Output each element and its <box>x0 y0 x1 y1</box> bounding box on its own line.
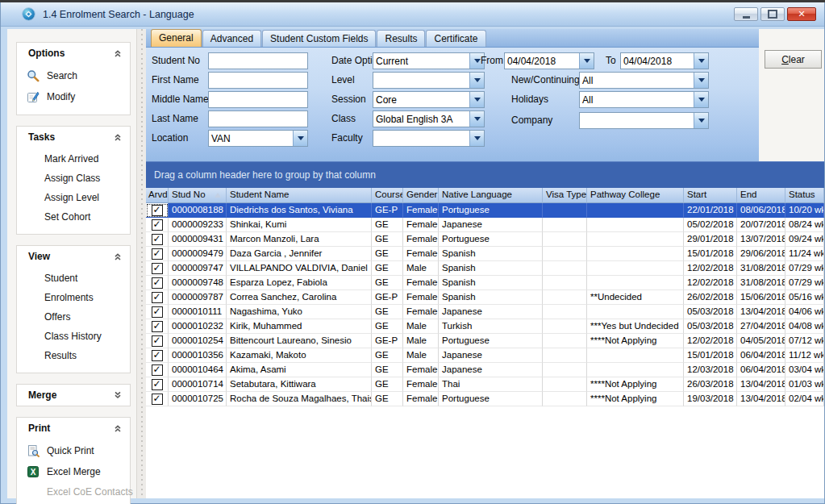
sidebar-splitter[interactable] <box>136 29 146 498</box>
dropdown-button[interactable] <box>694 92 708 107</box>
checkbox-checked-icon[interactable] <box>152 394 163 405</box>
sidebar-item-search[interactable]: Search <box>17 65 130 86</box>
checkbox-checked-icon[interactable] <box>152 379 163 390</box>
holidays-select[interactable]: All <box>579 91 709 108</box>
faculty-select[interactable] <box>373 130 485 147</box>
last-name-input[interactable] <box>208 110 308 127</box>
clear-button[interactable]: Clear <box>765 50 822 69</box>
column-header-course[interactable]: Course <box>372 188 403 203</box>
sidebar-item-class-history[interactable]: Class History <box>17 327 130 346</box>
sidebar-item-student[interactable]: Student <box>17 269 130 288</box>
column-header-arvd[interactable]: Arvd <box>146 188 169 203</box>
new-continuing-select[interactable]: All <box>579 72 709 89</box>
checkbox-checked-icon[interactable] <box>152 248 163 260</box>
from-label: From <box>481 55 503 66</box>
checkbox-checked-icon[interactable] <box>152 350 163 361</box>
location-select[interactable]: VAN <box>208 130 308 147</box>
chevron-double-up-icon[interactable] <box>113 423 123 433</box>
tab-general[interactable]: General <box>151 29 202 47</box>
table-row[interactable]: 0000009747 VILLALPANDO VALDIVIA, Daniel … <box>146 261 824 276</box>
checkbox-checked-icon[interactable] <box>152 219 163 231</box>
session-select[interactable]: Core <box>373 91 485 108</box>
sidebar-item-assign-class[interactable]: Assign Class <box>17 169 130 188</box>
to-date-select[interactable]: 04/04/2018 <box>620 52 709 69</box>
table-row[interactable]: 0000009787 Correa Sanchez, Carolina GE-P… <box>146 290 824 305</box>
panel-merge-header[interactable]: Merge <box>17 385 130 406</box>
column-header-pathway-college[interactable]: Pathway College <box>587 188 684 203</box>
dropdown-button[interactable] <box>694 53 708 69</box>
column-header-student-name[interactable]: Student Name <box>227 188 372 203</box>
table-row[interactable]: 0000009431 Marcon Manzoli, Lara GE Femal… <box>146 232 824 247</box>
checkbox-checked-icon[interactable] <box>152 306 163 318</box>
tab-student-custom-fields[interactable]: Student Custom Fields <box>262 30 376 47</box>
middle-name-input[interactable] <box>208 91 308 108</box>
from-date-select[interactable]: 04/04/2018 <box>504 52 594 69</box>
column-header-status[interactable]: Status <box>785 188 824 203</box>
sidebar-item-modify[interactable]: Modify <box>17 86 130 107</box>
checkbox-checked-icon[interactable] <box>152 263 163 274</box>
dropdown-button[interactable] <box>469 92 484 107</box>
dropdown-button[interactable] <box>469 73 484 88</box>
table-row[interactable]: 0000010464 Akima, Asami GE Female Japane… <box>146 363 824 377</box>
table-row[interactable]: 0000009479 Daza Garcia , Jennifer GE Fem… <box>146 247 824 261</box>
panel-options-header[interactable]: Options <box>17 43 130 64</box>
chevron-double-down-icon[interactable] <box>113 390 123 400</box>
company-select[interactable] <box>579 112 709 129</box>
column-header-visa-type[interactable]: Visa Type <box>543 188 587 203</box>
maximize-button[interactable] <box>760 7 785 21</box>
first-name-input[interactable] <box>208 72 308 89</box>
sidebar-item-mark-arrived[interactable]: Mark Arrived <box>17 149 130 169</box>
table-row[interactable]: 0000010254 Bittencourt Laureano, Sinesio… <box>146 334 824 348</box>
tab-certificate[interactable]: Certificate <box>426 30 485 47</box>
checkbox-checked-icon[interactable] <box>152 335 163 347</box>
date-option-select[interactable]: Current <box>373 52 485 69</box>
checkbox-checked-icon[interactable] <box>152 292 163 303</box>
chevron-double-up-icon[interactable] <box>113 132 123 142</box>
checkbox-checked-icon[interactable] <box>152 205 163 216</box>
sidebar-item-results[interactable]: Results <box>17 346 130 365</box>
sidebar-item-assign-level[interactable]: Assign Level <box>17 188 130 207</box>
class-select[interactable]: Global English 3A <box>373 110 485 127</box>
table-row[interactable]: 0000008188 Diedrichs dos Santos, Viviana… <box>146 203 824 218</box>
table-row[interactable]: 0000009233 Shinkai, Kumi GE Female Japan… <box>146 218 824 232</box>
checkbox-checked-icon[interactable] <box>152 321 163 332</box>
table-row[interactable]: 0000010714 Setabutara, Kittiwara GE Fema… <box>146 377 824 392</box>
checkbox-checked-icon[interactable] <box>152 234 163 245</box>
tab-advanced[interactable]: Advanced <box>202 30 261 47</box>
checkbox-checked-icon[interactable] <box>152 364 163 376</box>
chevron-double-up-icon[interactable] <box>113 48 123 58</box>
panel-view-header[interactable]: View <box>17 246 130 267</box>
table-row[interactable]: 0000010111 Nagashima, Yuko GE Female Jap… <box>146 305 824 319</box>
level-select[interactable] <box>373 72 485 89</box>
minimize-button[interactable] <box>734 7 758 21</box>
dropdown-button[interactable] <box>694 73 708 88</box>
dropdown-button[interactable] <box>579 53 594 69</box>
table-row[interactable]: 0000010356 Kazamaki, Makoto GE Male Japa… <box>146 348 824 363</box>
panel-tasks-header[interactable]: Tasks <box>17 127 130 148</box>
sidebar-item-offers[interactable]: Offers <box>17 307 130 327</box>
close-button[interactable]: ✕ <box>787 7 816 21</box>
table-row[interactable]: 0000010232 Kirik, Muhammed GE Male Turki… <box>146 319 824 334</box>
sidebar-item-excel-merge[interactable]: X Excel Merge <box>17 461 130 482</box>
panel-print-header[interactable]: Print <box>17 418 130 439</box>
column-header-end[interactable]: End <box>737 188 785 203</box>
sidebar-item-enrolments[interactable]: Enrolments <box>17 288 130 307</box>
dropdown-button[interactable] <box>694 113 708 128</box>
column-header-native-language[interactable]: Native Language <box>439 188 543 203</box>
sidebar-item-set-cohort[interactable]: Set Cohort <box>17 207 130 227</box>
column-header-stud-no[interactable]: Stud No <box>169 188 227 203</box>
tab-results[interactable]: Results <box>377 30 425 47</box>
cell-pathway-college: ****Not Applying <box>587 334 684 348</box>
chevron-double-up-icon[interactable] <box>113 252 123 261</box>
table-row[interactable]: 0000010725 Rocha de Souza Magalhaes, Tha… <box>146 392 824 406</box>
dropdown-button[interactable] <box>293 131 307 146</box>
sidebar-item-quick-print[interactable]: Quick Print <box>17 440 130 461</box>
column-header-start[interactable]: Start <box>684 188 737 203</box>
table-row[interactable]: 0000009748 Esparza Lopez, Fabiola GE Fem… <box>146 276 824 290</box>
dropdown-button[interactable] <box>469 131 484 146</box>
student-no-input[interactable] <box>208 52 308 69</box>
checkbox-checked-icon[interactable] <box>152 277 163 289</box>
dropdown-button[interactable] <box>469 111 484 127</box>
column-header-gender[interactable]: Gender <box>403 188 439 203</box>
group-by-banner[interactable]: Drag a column header here to group by th… <box>146 161 824 188</box>
